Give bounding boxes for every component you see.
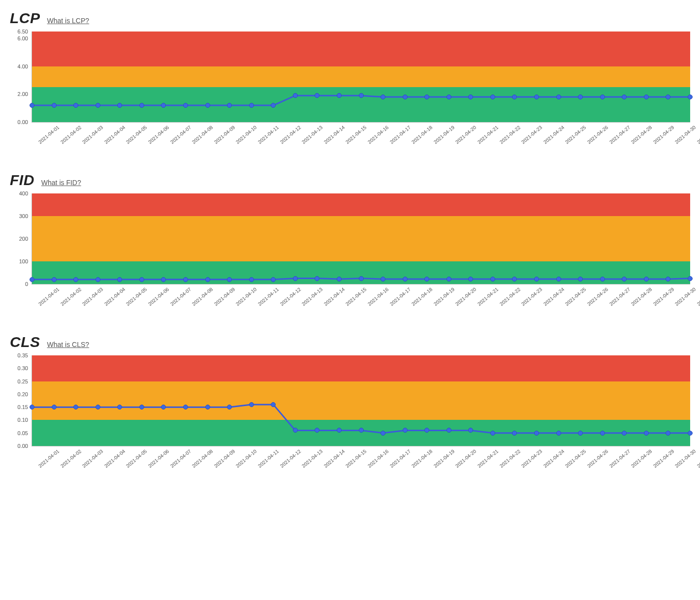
lcp-plot-area: 0.002.004.006.006.50	[32, 32, 690, 123]
data-point[interactable]	[556, 431, 561, 436]
x-tick-label: 2021-04-22	[499, 125, 521, 145]
data-point[interactable]	[183, 103, 188, 108]
x-tick-label: 2021-04-23	[520, 286, 543, 307]
data-point[interactable]	[578, 277, 583, 282]
data-point[interactable]	[249, 103, 254, 108]
fid-plot-area: 0100200300400	[32, 193, 690, 284]
y-tick-label: 6.00	[18, 35, 28, 41]
data-point[interactable]	[644, 431, 649, 436]
x-tick-label: 2021-04-23	[520, 448, 543, 469]
data-point[interactable]	[52, 103, 57, 108]
lcp-chart: 0.002.004.006.006.502021-04-012021-04-02…	[10, 32, 690, 147]
data-point[interactable]	[337, 277, 342, 282]
data-point[interactable]	[688, 276, 693, 281]
data-point[interactable]	[359, 93, 364, 98]
x-tick-label: 2021-04-24	[542, 448, 565, 469]
data-point[interactable]	[139, 103, 144, 108]
data-point[interactable]	[622, 431, 627, 436]
cls-plot-area: 0.000.050.100.150.200.250.300.35	[32, 355, 690, 446]
y-tick-label: 0.00	[18, 119, 28, 125]
x-tick-label: 2021-04-19	[433, 125, 455, 145]
y-tick-label: 0.10	[18, 417, 28, 423]
what-is-lcp-link[interactable]: What is LCP?	[47, 17, 90, 25]
data-point[interactable]	[534, 95, 539, 99]
x-tick-label: 2021-04-30	[674, 286, 697, 307]
data-point[interactable]	[139, 405, 144, 410]
x-tick-label: 2021-04-02	[60, 448, 82, 469]
data-point[interactable]	[688, 95, 693, 99]
fid-title: FID	[10, 172, 34, 189]
what-is-fid-link[interactable]: What is FID?	[41, 179, 81, 187]
data-point[interactable]	[249, 402, 254, 407]
data-point[interactable]	[381, 431, 385, 436]
y-tick-label: 0.30	[18, 365, 28, 371]
data-point[interactable]	[578, 431, 583, 436]
cls-panel: CLSWhat is CLS?0.000.050.100.150.200.250…	[10, 334, 690, 471]
x-tick-label: 2021-04-25	[564, 125, 587, 145]
x-tick-label: 2021-04-18	[411, 448, 433, 469]
data-point[interactable]	[644, 277, 649, 282]
x-tick-label: 2021-04-06	[147, 286, 170, 307]
data-point[interactable]	[183, 277, 188, 282]
data-point[interactable]	[293, 276, 298, 281]
data-point[interactable]	[644, 95, 649, 99]
y-tick-label: 400	[19, 190, 28, 196]
data-point[interactable]	[446, 95, 451, 99]
data-point[interactable]	[95, 405, 100, 410]
data-point[interactable]	[95, 103, 100, 108]
data-point[interactable]	[95, 277, 100, 282]
x-tick-label: 2021-04-07	[169, 125, 192, 145]
data-point[interactable]	[600, 431, 605, 436]
data-point[interactable]	[315, 276, 319, 281]
data-point[interactable]	[490, 431, 495, 436]
x-tick-label: 2021-04-27	[608, 125, 631, 145]
data-point[interactable]	[403, 95, 408, 99]
data-point[interactable]	[556, 277, 561, 282]
y-tick-label: 6.50	[18, 29, 28, 34]
x-tick-label: 2021-04-05	[125, 286, 148, 307]
x-tick-label: 2021-04-26	[586, 125, 609, 145]
data-point[interactable]	[381, 277, 385, 282]
data-point[interactable]	[534, 277, 539, 282]
data-point[interactable]	[403, 277, 408, 282]
data-point[interactable]	[424, 277, 429, 282]
data-point[interactable]	[73, 277, 78, 282]
x-tick-label: 2021-04-13	[301, 448, 323, 469]
data-point[interactable]	[534, 431, 539, 436]
x-tick-label: 2021-04-01	[37, 448, 60, 469]
data-point[interactable]	[227, 277, 232, 282]
x-tick-label: 2021-04-22	[499, 286, 521, 307]
x-tick-label: 2021-04-08	[191, 448, 214, 469]
data-point[interactable]	[249, 277, 254, 282]
data-point[interactable]	[446, 277, 451, 282]
data-point[interactable]	[205, 103, 210, 108]
data-point[interactable]	[271, 277, 276, 282]
data-point[interactable]	[52, 277, 57, 282]
x-tick-label: 2021-04-07	[169, 286, 192, 307]
fid-series-line	[32, 193, 690, 284]
data-point[interactable]	[30, 277, 34, 282]
x-tick-label: 2021-04-05	[125, 125, 148, 145]
x-tick-label: 2021-04-26	[586, 448, 609, 469]
data-point[interactable]	[600, 95, 605, 99]
x-tick-label: 2021-04-18	[411, 286, 433, 307]
x-tick-label: 2021-04-14	[323, 448, 346, 469]
data-point[interactable]	[205, 277, 210, 282]
fid-x-axis: 2021-04-012021-04-022021-04-032021-04-04…	[32, 284, 690, 309]
data-point[interactable]	[30, 103, 34, 108]
data-point[interactable]	[359, 276, 364, 281]
data-point[interactable]	[600, 277, 605, 282]
cls-title: CLS	[10, 334, 40, 350]
data-point[interactable]	[556, 95, 561, 99]
x-tick-label: 2021-04-13	[301, 286, 323, 307]
data-point[interactable]	[205, 405, 210, 410]
data-point[interactable]	[139, 277, 144, 282]
data-point[interactable]	[688, 431, 693, 436]
data-point[interactable]	[52, 405, 57, 410]
data-point[interactable]	[490, 95, 495, 99]
y-tick-label: 300	[19, 213, 28, 219]
data-point[interactable]	[490, 277, 495, 282]
data-point[interactable]	[359, 428, 364, 433]
what-is-cls-link[interactable]: What is CLS?	[47, 341, 90, 348]
data-point[interactable]	[293, 93, 298, 98]
